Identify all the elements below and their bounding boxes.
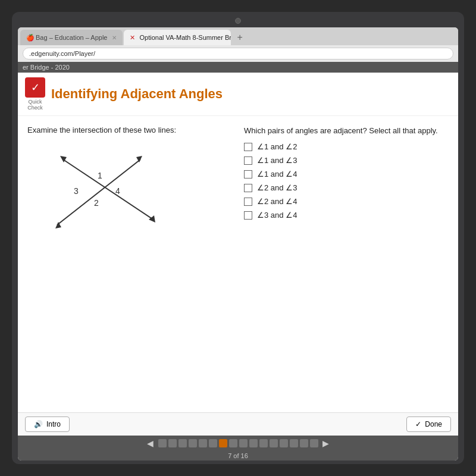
angle-label-2: 2 bbox=[94, 198, 99, 208]
option-5-label: ∠2 and ∠4 bbox=[257, 197, 297, 206]
option-4-label: ∠2 and ∠3 bbox=[257, 183, 297, 192]
quick-check-header: ✓ QuickCheck Identifying Adjacent Angles bbox=[18, 73, 458, 116]
done-label: Done bbox=[425, 420, 442, 428]
done-check-icon: ✓ bbox=[415, 420, 421, 428]
angle-label-4: 4 bbox=[115, 186, 120, 196]
progress-dots bbox=[158, 439, 318, 447]
tab-2-label: Optional VA-Math 8-Summer Bri… bbox=[139, 34, 231, 41]
tab-1-label: Bag – Education – Apple bbox=[36, 34, 107, 41]
address-bar[interactable]: .edgenuity.com/Player/ bbox=[23, 48, 453, 60]
bottom-bar: 🔊 Intro ✓ Done bbox=[18, 412, 458, 436]
examine-instruction: Examine the intersection of these two li… bbox=[27, 126, 232, 134]
svg-marker-5 bbox=[149, 215, 155, 223]
tab-1-close-icon[interactable]: ✕ bbox=[112, 35, 117, 41]
diagram-container: 1 2 3 4 bbox=[27, 142, 170, 237]
progress-dot-6[interactable] bbox=[209, 439, 217, 447]
quick-check-left: ✓ QuickCheck bbox=[25, 77, 45, 111]
progress-dot-13[interactable] bbox=[280, 439, 288, 447]
option-4[interactable]: ∠2 and ∠3 bbox=[244, 183, 449, 192]
checkbox-6[interactable] bbox=[244, 211, 252, 220]
option-5[interactable]: ∠2 and ∠4 bbox=[244, 197, 449, 206]
progress-dot-8[interactable] bbox=[229, 439, 237, 447]
progress-next-button[interactable]: ▶ bbox=[320, 439, 332, 448]
checkbox-list: ∠1 and ∠2 ∠1 and ∠3 ∠1 and ∠4 ∠2 an bbox=[244, 142, 449, 220]
page-count: 7 of 16 bbox=[18, 451, 458, 461]
new-tab-button[interactable]: + bbox=[232, 30, 247, 45]
checkbox-4[interactable] bbox=[244, 184, 252, 192]
angle-label-1: 1 bbox=[98, 171, 102, 180]
option-2[interactable]: ∠1 and ∠3 bbox=[244, 156, 449, 165]
progress-dot-11[interactable] bbox=[259, 439, 268, 447]
checkbox-1[interactable] bbox=[244, 143, 252, 151]
progress-dot-12[interactable] bbox=[270, 439, 278, 447]
screen-bezel: 🍎 Bag – Education – Apple ✕ ✕ Optional V… bbox=[18, 27, 458, 461]
content-area: ✓ QuickCheck Identifying Adjacent Angles… bbox=[18, 73, 458, 461]
intro-label: Intro bbox=[46, 420, 61, 428]
x-favicon-icon: ✕ bbox=[130, 34, 137, 41]
progress-dot-5[interactable] bbox=[199, 439, 207, 447]
done-button[interactable]: ✓ Done bbox=[406, 416, 451, 432]
page-header-bar: er Bridge - 2020 bbox=[18, 62, 458, 73]
right-panel: Which pairs of angles are adjacent? Sele… bbox=[244, 126, 449, 403]
option-3[interactable]: ∠1 and ∠4 bbox=[244, 170, 449, 178]
progress-dot-2[interactable] bbox=[168, 439, 177, 447]
progress-dot-1[interactable] bbox=[158, 439, 167, 447]
which-pairs-text: Which pairs of angles are adjacent? Sele… bbox=[244, 126, 449, 136]
intersection-diagram: 1 2 3 4 bbox=[27, 142, 170, 237]
apple-favicon-icon: 🍎 bbox=[26, 34, 33, 41]
angle-label-3: 3 bbox=[74, 186, 79, 196]
main-content: Examine the intersection of these two li… bbox=[18, 116, 458, 412]
quick-check-badge: ✓ bbox=[25, 77, 45, 98]
tab-1[interactable]: 🍎 Bag – Education – Apple ✕ bbox=[20, 30, 123, 45]
option-6[interactable]: ∠3 and ∠4 bbox=[244, 211, 449, 220]
progress-bar: ◀ ▶ bbox=[18, 436, 458, 451]
tab-2[interactable]: ✕ Optional VA-Math 8-Summer Bri… ✕ bbox=[124, 30, 231, 45]
quick-check-label: QuickCheck bbox=[27, 99, 43, 111]
tab-bar: 🍎 Bag – Education – Apple ✕ ✕ Optional V… bbox=[18, 27, 458, 45]
checkbox-3[interactable] bbox=[244, 170, 252, 178]
address-bar-row: .edgenuity.com/Player/ bbox=[18, 45, 458, 62]
progress-dot-10[interactable] bbox=[249, 439, 258, 447]
progress-dot-14[interactable] bbox=[290, 439, 298, 447]
speaker-icon: 🔊 bbox=[34, 420, 43, 428]
option-1[interactable]: ∠1 and ∠2 bbox=[244, 142, 449, 151]
page-header-text: er Bridge - 2020 bbox=[23, 64, 70, 71]
option-2-label: ∠1 and ∠3 bbox=[257, 156, 297, 165]
progress-dot-4[interactable] bbox=[189, 439, 197, 447]
progress-dot-15[interactable] bbox=[300, 439, 308, 447]
progress-dot-3[interactable] bbox=[178, 439, 187, 447]
progress-dot-7[interactable] bbox=[219, 439, 227, 447]
progress-prev-button[interactable]: ◀ bbox=[145, 439, 156, 448]
checkbox-5[interactable] bbox=[244, 198, 252, 206]
intro-button[interactable]: 🔊 Intro bbox=[25, 416, 70, 432]
left-panel: Examine the intersection of these two li… bbox=[27, 126, 232, 403]
progress-dot-16[interactable] bbox=[310, 439, 318, 447]
progress-dot-9[interactable] bbox=[239, 439, 248, 447]
browser-chrome: 🍎 Bag – Education – Apple ✕ ✕ Optional V… bbox=[18, 27, 458, 62]
laptop-shell: 🍎 Bag – Education – Apple ✕ ✕ Optional V… bbox=[12, 12, 464, 464]
check-icon: ✓ bbox=[31, 81, 40, 94]
checkbox-2[interactable] bbox=[244, 156, 252, 165]
page-title: Identifying Adjacent Angles bbox=[51, 86, 223, 102]
svg-line-0 bbox=[57, 159, 140, 225]
camera-dot bbox=[235, 18, 241, 24]
option-6-label: ∠3 and ∠4 bbox=[257, 211, 297, 220]
option-1-label: ∠1 and ∠2 bbox=[257, 142, 297, 151]
option-3-label: ∠1 and ∠4 bbox=[257, 170, 297, 178]
